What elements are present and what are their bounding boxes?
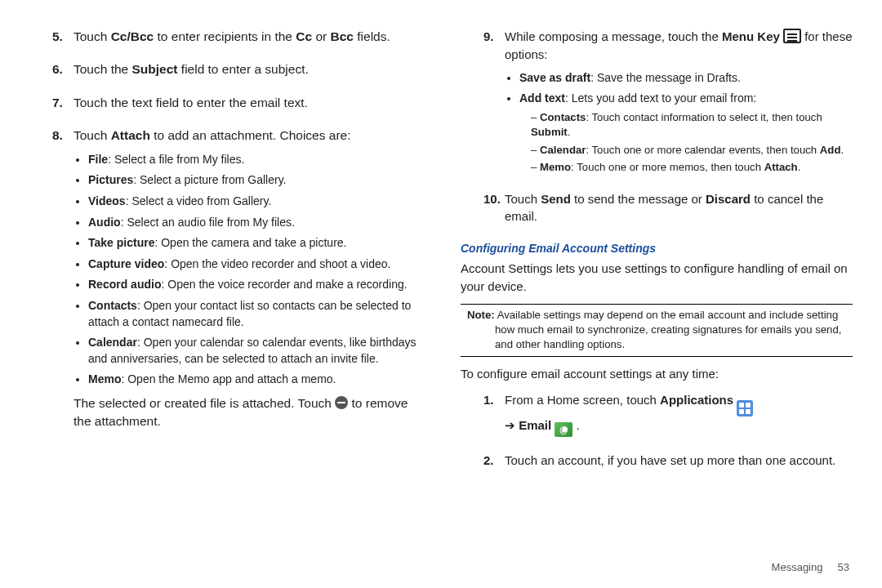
step-body: Touch the text field to enter the email …: [74, 94, 421, 118]
step-number: 9.: [483, 28, 505, 182]
step-number: 6.: [52, 60, 74, 85]
step-body: Touch an account, if you have set up mor…: [505, 452, 853, 476]
step-5: 5.Touch Cc/Bcc to enter recipients in th…: [52, 28, 421, 52]
list-item: Calendar: Touch one or more calendar eve…: [531, 143, 853, 158]
config-lead: To configure email account settings at a…: [461, 365, 853, 383]
config-step-1: 1.From a Home screen, touch Applications…: [483, 391, 853, 443]
list-item: Calendar: Open your calendar so calendar…: [88, 335, 421, 367]
step-body: Touch Send to send the message or Discar…: [505, 190, 853, 233]
step-number: 10.: [483, 190, 505, 233]
step-body: Touch the Subject field to enter a subje…: [74, 60, 421, 85]
list-item: Contacts: Open your contact list so cont…: [88, 298, 421, 330]
list-item: Audio: Select an audio file from My file…: [88, 215, 421, 231]
menu-options-list: Save as draft: Save the message in Draft…: [505, 70, 853, 176]
step-9: 9.While composing a message, touch the M…: [483, 28, 853, 182]
step-6: 6.Touch the Subject field to enter a sub…: [52, 60, 421, 85]
list-item: Videos: Select a video from Gallery.: [88, 194, 421, 210]
list-item: File: Select a file from My files.: [88, 152, 421, 168]
section-heading: Configuring Email Account Settings: [461, 240, 853, 256]
remove-icon: [335, 396, 348, 409]
attachment-options-list: File: Select a file from My files.Pictur…: [74, 152, 421, 388]
list-item: Take picture: Open the camera and take a…: [88, 235, 421, 252]
right-column: 9.While composing a message, touch the M…: [441, 23, 853, 572]
step-10: 10.Touch Send to send the message or Dis…: [483, 190, 853, 233]
footer-section: Messaging: [772, 561, 823, 573]
list-item: Save as draft: Save the message in Draft…: [519, 70, 853, 87]
section-intro: Account Settings lets you use settings t…: [461, 260, 853, 296]
list-item: Add text: Lets you add text to your emai…: [519, 91, 853, 176]
applications-icon: [737, 400, 753, 416]
step-body: Touch Attach to add an attachment. Choic…: [74, 127, 421, 438]
step-7: 7.Touch the text field to enter the emai…: [52, 94, 421, 118]
menu-key-icon: [783, 29, 801, 43]
list-item: Pictures: Select a picture from Gallery.: [88, 172, 421, 189]
footer-page-number: 53: [838, 561, 849, 573]
list-item: Memo: Touch one or more memos, then touc…: [531, 160, 853, 175]
step-number: 5.: [52, 28, 74, 52]
list-item: Memo: Open the Memo app and attach a mem…: [88, 372, 421, 388]
attachment-tail: The selected or created file is attached…: [74, 394, 421, 431]
manual-page: 5.Touch Cc/Bcc to enter recipients in th…: [0, 0, 882, 588]
note-rule-bottom: [461, 356, 853, 357]
page-footer: Messaging 53: [772, 561, 849, 573]
step-number: 2.: [483, 452, 505, 476]
add-text-sublist: Contacts: Touch contact information to s…: [519, 110, 853, 176]
step-body: Touch Cc/Bcc to enter recipients in the …: [74, 28, 421, 52]
list-item: Capture video: Open the video recorder a…: [88, 256, 421, 273]
list-item: Record audio: Open the voice recorder an…: [88, 277, 421, 293]
step-number: 1.: [483, 391, 505, 443]
note-rule-top: [461, 304, 853, 305]
note-block: Note: Available settings may depend on t…: [467, 308, 853, 351]
step-8: 8.Touch Attach to add an attachment. Cho…: [52, 127, 421, 438]
step-body: From a Home screen, touch Applications ➔…: [505, 391, 853, 443]
step-number: 8.: [52, 127, 74, 438]
list-item: Contacts: Touch contact information to s…: [531, 110, 853, 140]
step-body: While composing a message, touch the Men…: [505, 28, 853, 182]
step-number: 7.: [52, 94, 74, 118]
config-step-2: 2.Touch an account, if you have set up m…: [483, 452, 853, 476]
email-icon: [555, 422, 572, 437]
left-column: 5.Touch Cc/Bcc to enter recipients in th…: [29, 23, 441, 572]
